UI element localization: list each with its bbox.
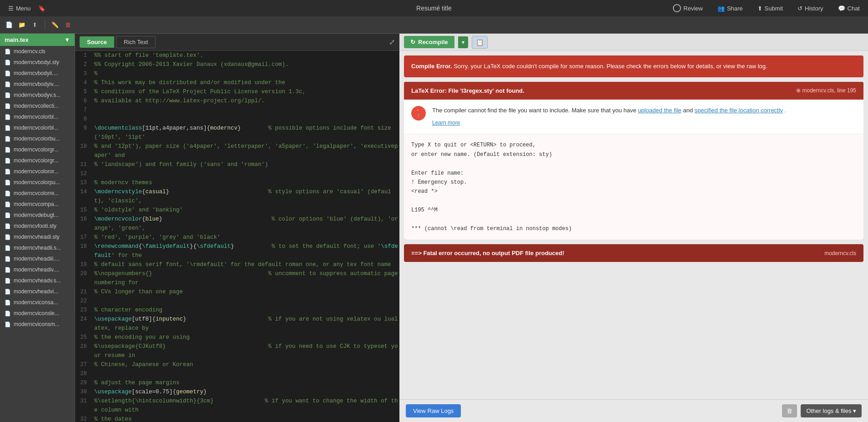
code-line: 31%\setlength{\hintscolumnwidth}{3cm} % …: [75, 397, 399, 415]
sidebar-item[interactable]: 📄moderncvcolorgr...: [0, 155, 75, 166]
pdf-icon-button[interactable]: 📋: [472, 36, 488, 49]
sidebar-item[interactable]: 📄moderncvcompa...: [0, 199, 75, 210]
richtext-tab[interactable]: Rich Text: [116, 36, 156, 48]
submit-icon: ⬆: [757, 5, 762, 12]
sidebar-item[interactable]: 📄moderncvdebugt...: [0, 210, 75, 221]
code-editor[interactable]: 1%% start of file 'template.tex'.2%% Cop…: [75, 51, 399, 422]
share-button[interactable]: 👥 Share: [714, 3, 747, 14]
sidebar-item[interactable]: 📄moderncviconsа...: [0, 297, 75, 308]
line-content: \documentclass[11pt,a4paper,sans]{modern…: [91, 124, 399, 142]
right-bottom-actions: 🗑 Other logs & files ▾: [782, 404, 862, 417]
submit-label: Submit: [765, 5, 783, 12]
file-icon: 📄: [5, 103, 11, 109]
menu-button[interactable]: ☰ Menu: [5, 3, 35, 14]
sidebar-item[interactable]: 📄moderncvheadvi...: [0, 286, 75, 297]
main-file-item[interactable]: main.tex ▼: [0, 34, 75, 46]
line-number: 24: [75, 315, 91, 333]
file-icon: 📄: [5, 300, 11, 306]
log-line-3: [411, 159, 856, 168]
line-content: %% Copyright 2006-2013 Xavier Danaux (xd…: [91, 60, 399, 69]
sidebar-item[interactable]: 📄moderncvheadv.s...: [0, 275, 75, 286]
file-icon: 📄: [5, 223, 11, 229]
submit-button[interactable]: ⬆ Submit: [754, 3, 787, 14]
code-line: 16\moderncvcolor{blue} % color options '…: [75, 215, 399, 233]
sidebar-item[interactable]: 📄moderncvheadiv....: [0, 264, 75, 275]
sidebar-item[interactable]: 📄moderncvcolorbl...: [0, 111, 75, 122]
line-number: 31: [75, 397, 91, 415]
sidebar-item[interactable]: 📄moderncvcolorbu...: [0, 133, 75, 144]
latex-error-header: LaTeX Error: File 'l3regex.sty' not foun…: [404, 82, 863, 100]
sidebar-item[interactable]: 📄moderncvcolorbl...: [0, 122, 75, 133]
line-content: % This work may be distributed and/or mo…: [91, 78, 399, 87]
sidebar-item[interactable]: 📄moderncvheadiii....: [0, 253, 75, 264]
view-raw-logs-button[interactable]: View Raw Logs: [406, 404, 461, 417]
sidebar-item[interactable]: 📄moderncvbodyi.sty: [0, 57, 75, 68]
line-content: [91, 115, 399, 124]
sidebar-item[interactable]: 📄moderncvheadii.s...: [0, 242, 75, 253]
file-icon: 📄: [5, 234, 11, 240]
line-content: \moderncvstyle{casual} % style options a…: [91, 187, 399, 206]
learn-more-link[interactable]: Learn more: [432, 119, 786, 127]
line-number: 21: [75, 287, 91, 296]
main-area: main.tex ▼ 📄moderncv.cls📄moderncvbodyi.s…: [0, 34, 868, 422]
line-number: 30: [75, 387, 91, 397]
file-icon: 📄: [5, 322, 11, 327]
sidebar-item[interactable]: 📄moderncvcoloror...: [0, 166, 75, 177]
upload-icon[interactable]: ⬆: [30, 20, 39, 30]
sidebar-item[interactable]: 📄moderncv.cls: [0, 46, 75, 57]
expand-icon[interactable]: ⤢: [389, 38, 395, 46]
log-line-6: <read *>: [411, 187, 856, 196]
file-icon: 📄: [5, 81, 11, 87]
line-number: 16: [75, 215, 91, 233]
code-line: 4% This work may be distributed and/or m…: [75, 78, 399, 87]
error-icon-circle: 📍: [411, 106, 426, 121]
sidebar-item[interactable]: 📄moderncvcollecti...: [0, 100, 75, 111]
new-folder-icon[interactable]: 📁: [17, 20, 26, 30]
edit-icon[interactable]: ✏️: [50, 20, 60, 30]
sidebar-item[interactable]: 📄moderncvbodyv.s...: [0, 90, 75, 100]
recompile-dropdown[interactable]: ▾: [458, 36, 468, 48]
main-file-label: main.tex: [5, 36, 29, 43]
review-button[interactable]: Review: [669, 2, 707, 14]
line-number: 10: [75, 142, 91, 160]
sidebar-item[interactable]: 📄moderncvcolorgr...: [0, 144, 75, 155]
sidebar-item[interactable]: 📄moderncvbodyii....: [0, 68, 75, 79]
refresh-icon: ↻: [410, 39, 415, 45]
line-number: 29: [75, 378, 91, 387]
code-line: 8: [75, 115, 399, 124]
other-logs-button[interactable]: Other logs & files ▾: [801, 404, 862, 417]
bookmark-icon[interactable]: 🔖: [38, 5, 45, 12]
line-content: %\nopagenumbers{} % uncomment to suppres…: [91, 269, 399, 287]
line-content: %: [91, 69, 399, 78]
sidebar-item[interactable]: 📄moderncvcolorre...: [0, 188, 75, 199]
code-line: 24\usepackage[utf8]{inputenc} % if you a…: [75, 315, 399, 333]
sidebar-item[interactable]: 📄moderncviconsle...: [0, 308, 75, 319]
page-title: Resumé title: [291, 5, 577, 12]
code-line: 25% the encoding you are using: [75, 333, 399, 342]
recompile-button[interactable]: ↻ Recompile: [404, 36, 454, 48]
sidebar-item[interactable]: 📄moderncvbodyiv....: [0, 79, 75, 90]
history-button[interactable]: ↺ History: [794, 3, 827, 14]
code-line: 18\renewcommand{\familydefault}{\sfdefau…: [75, 242, 399, 260]
line-number: 3: [75, 69, 91, 78]
delete-logs-button[interactable]: 🗑: [782, 404, 797, 417]
new-file-icon[interactable]: 📄: [5, 20, 14, 30]
latex-error-location: moderncv.cls, line 195: [802, 87, 857, 94]
delete-icon[interactable]: 🗑: [63, 20, 72, 30]
menu-label: Menu: [16, 5, 31, 12]
chat-button[interactable]: 💬 Chat: [834, 3, 863, 14]
code-line: 5% conditions of the LaTeX Project Publi…: [75, 87, 399, 96]
chat-label: Chat: [848, 5, 860, 12]
sidebar-item[interactable]: 📄moderncvfooti.sty: [0, 221, 75, 231]
uploaded-file-link[interactable]: uploaded the file: [638, 107, 681, 114]
source-tab[interactable]: Source: [80, 36, 114, 48]
line-number: 5: [75, 87, 91, 96]
latex-error-body: 📍 The compiler cannot find the file you …: [404, 100, 863, 134]
line-number: 26: [75, 342, 91, 360]
file-location-link[interactable]: specified the file location correctly: [695, 107, 783, 114]
code-line: 15% 'oldstyle' and 'banking': [75, 206, 399, 215]
sidebar-item[interactable]: 📄moderncvcolorpu...: [0, 177, 75, 188]
sidebar-item[interactable]: 📄moderncvheadi.sty: [0, 231, 75, 242]
sidebar-item[interactable]: 📄moderncviconsm...: [0, 319, 75, 330]
log-line-2: or enter new name. (Default extension: s…: [411, 150, 856, 159]
